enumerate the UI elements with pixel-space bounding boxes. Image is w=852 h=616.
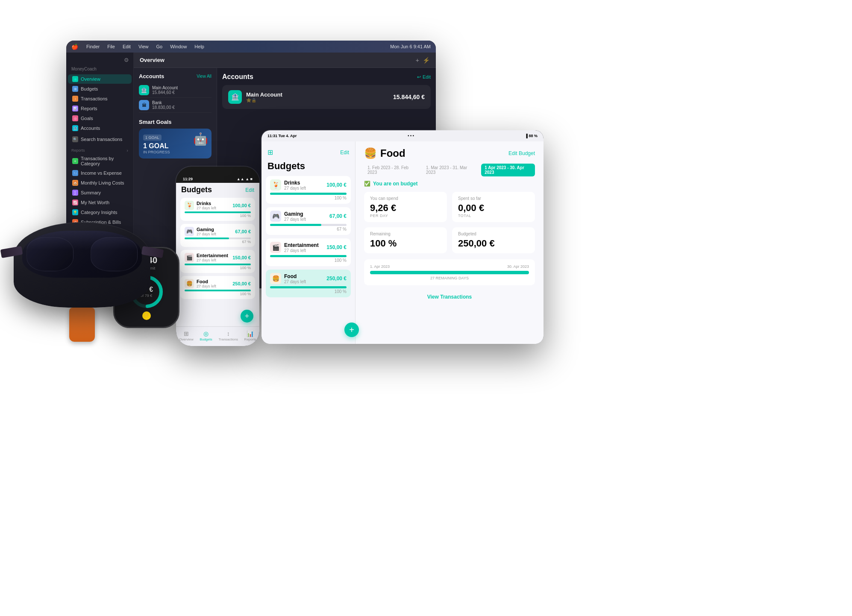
menubar-help[interactable]: Help (192, 44, 206, 49)
budget-days: 27 days left (197, 232, 216, 236)
ipad-detail-header: 🍔 Food Edit Budget (364, 147, 535, 159)
add-icon[interactable]: + (416, 57, 419, 64)
iphone-edit-button[interactable]: Edit (245, 187, 254, 193)
spent-label: Spent so far (458, 196, 529, 201)
sidebar-item-search[interactable]: 🔍 Search transactions (68, 135, 132, 144)
iphone-budget-item-food[interactable]: 🍔 Food 27 days left 250,00 € 100 % (180, 276, 255, 299)
remaining-label: Remaining (370, 232, 441, 236)
menubar-edit[interactable]: Edit (120, 44, 133, 49)
entertainment-icon: 🎬 (270, 242, 281, 253)
ipad-budget-item-food[interactable]: 🍔 Food 27 days left 250,00 € 100 % (266, 270, 351, 297)
ipad-sidebar-icon[interactable]: ⊞ (267, 148, 273, 156)
iphone-tab-budgets[interactable]: ◎ Budgets (200, 330, 212, 341)
iphone-budget-item-gaming[interactable]: 🎮 Gaming 27 days left 67,00 € 67 % (180, 224, 255, 247)
macbook-menubar: 🍎 Finder File Edit View Go Window Help M… (66, 41, 436, 53)
ipad-fab-button[interactable]: + (344, 323, 359, 337)
iphone-time: 11:29 (183, 177, 193, 181)
ipad-budget-item-entertainment[interactable]: 🎬 Entertainment 27 days left 150,00 € 10… (266, 238, 351, 266)
reports-icon: 📊 (72, 106, 78, 111)
ipad-left-panel: ⊞ Edit Budgets 🍹 Drinks 27 days left (261, 141, 355, 344)
budget-amount: 100,00 € (326, 182, 347, 188)
budget-name: Gaming (197, 227, 216, 232)
lightning-icon[interactable]: ⚡ (423, 57, 430, 64)
sidebar-item-transactions-by-category[interactable]: ≡ Transactions by Category (68, 154, 132, 168)
menubar-finder[interactable]: Finder (84, 44, 102, 49)
ipad-view-transactions-link[interactable]: View Transactions (364, 290, 535, 303)
account-item-bank[interactable]: 🏛 Bank 18.830,00 € (139, 98, 212, 113)
progress-label: 67 % (270, 227, 347, 232)
budget-amount: 250,00 € (232, 281, 251, 286)
label: Income vs Expense (81, 170, 122, 176)
sidebar-item-monthly-living[interactable]: 🏠 Monthly Living Costs (68, 178, 132, 188)
iphone-budget-item-drinks[interactable]: 🍹 Drinks 27 days left 100,00 € 100 % (180, 198, 255, 221)
gear-icon[interactable]: ⚙ (124, 57, 129, 63)
iphone-fab-button[interactable]: + (241, 310, 253, 323)
edit-button[interactable]: ↩ Edit (417, 74, 431, 80)
sidebar-search-label: Search transactions (81, 137, 122, 142)
budgets-icon: ⊞ (72, 86, 78, 92)
label: Monthly Living Costs (81, 180, 124, 185)
budget-days: 27 days left (284, 217, 306, 222)
menubar-view[interactable]: View (136, 44, 151, 49)
ipad-edit-budget-button[interactable]: Edit Budget (508, 150, 535, 156)
sidebar-item-budgets[interactable]: ⊞ Budgets (68, 84, 132, 94)
main-title: Overview (140, 57, 165, 63)
main-account-card[interactable]: 🏦 Main Account ⭐🔒 15.844,60 € (222, 85, 431, 109)
sidebar-item-overview[interactable]: ◉ Overview (68, 74, 132, 84)
menubar-window[interactable]: Window (168, 44, 189, 49)
reports-section-label: Reports › (66, 144, 133, 154)
sidebar-item-income-vs-expense[interactable]: ↑↓ Income vs Expense (68, 168, 132, 178)
sidebar-item-label: Accounts (81, 126, 100, 131)
view-all-link[interactable]: View All (197, 74, 212, 79)
vision-lens-left (26, 237, 73, 271)
iphone-frame: 11:29 ▲▲ ▲ ■ Budgets Edit 🍹 Drinks 27 da… (176, 167, 259, 346)
ipad-status-bar: 11:31 Tue 4. Apr • • • ▐ 88 % (261, 130, 544, 141)
bank-account-icon: 🏛 (139, 100, 149, 110)
goals-card[interactable]: 1 GOAL 1 GOAL IN PROGRESS 🤖 (139, 129, 212, 158)
ipad-budget-bar (370, 271, 529, 274)
sidebar-item-goals[interactable]: ◎ Goals (68, 114, 132, 123)
sidebar-item-summary[interactable]: ∑ Summary (68, 188, 132, 197)
ipad-date-tabs: 1. Feb 2023 - 28. Feb 2023 1. Mar 2023 -… (364, 164, 535, 176)
iphone-budget-list: 🍹 Drinks 27 days left 100,00 € 100 % 🎮 (176, 196, 259, 326)
budgets-tab-icon: ◎ (203, 330, 209, 337)
ipad-frame: 11:31 Tue 4. Apr • • • ▐ 88 % ⊞ Edit Bud… (261, 130, 544, 344)
trans-cat-icon: ≡ (72, 158, 78, 164)
ipad-stat-remaining: Remaining 100 % (364, 227, 447, 253)
account-card-icon: 🏦 (228, 90, 242, 104)
food-icon: 🍔 (185, 279, 194, 288)
ipad-time: 11:31 Tue 4. Apr (267, 134, 297, 138)
budget-days: 27 days left (197, 284, 216, 288)
ipad-left-header: ⊞ Edit (261, 146, 355, 161)
account-name: Bank (152, 100, 212, 105)
progress-label: 100 % (185, 292, 251, 296)
bar-end-label: 30. Apr 2023 (507, 264, 529, 269)
ipad-date-tab-mar[interactable]: 1. Mar 2023 - 31. Mar 2023 (423, 164, 478, 176)
menubar-go[interactable]: Go (154, 44, 165, 49)
ipad-budget-item-drinks[interactable]: 🍹 Drinks 27 days left 100,00 € 100 % (266, 176, 351, 204)
budget-name: Entertainment (284, 242, 319, 248)
ipad-date-tab-apr[interactable]: 1 Apr 2023 - 30. Apr 2023 (481, 164, 535, 176)
sidebar-item-label: Transactions (81, 96, 108, 101)
iphone-tab-reports[interactable]: 📊 Reports (244, 330, 256, 341)
ipad-budget-item-gaming[interactable]: 🎮 Gaming 27 days left 67,00 € 67 % (266, 207, 351, 235)
account-item-main[interactable]: 🏦 Main Account 15.844,60 € (139, 83, 212, 98)
account-card-stars: ⭐🔒 (246, 98, 282, 103)
account-amount: 15.844,60 € (152, 90, 212, 95)
iphone-tab-overview[interactable]: ⊞ Overview (179, 330, 193, 341)
iphone-budget-item-entertainment[interactable]: 🎬 Entertainment 27 days left 150,00 € 10… (180, 250, 255, 273)
remaining-value: 100 % (370, 238, 441, 249)
ipad-date-tab-feb[interactable]: 1. Feb 2023 - 28. Feb 2023 (364, 164, 419, 176)
sidebar-item-net-worth[interactable]: 📈 My Net Worth (68, 198, 132, 207)
account-card-name: Main Account (246, 91, 282, 98)
sidebar-item-accounts[interactable]: 🏦 Accounts (68, 123, 132, 133)
sidebar-item-transactions[interactable]: ↕ Transactions (68, 94, 132, 103)
ipad-edit-button[interactable]: Edit (340, 150, 349, 155)
iphone-tab-transactions[interactable]: ↕ Transactions (218, 330, 238, 341)
sidebar-item-reports[interactable]: 📊 Reports (68, 104, 132, 113)
budget-days: 27 days left (197, 206, 216, 210)
iphone-screen: Budgets Edit 🍹 Drinks 27 days left 100,0… (176, 183, 259, 346)
app-name: MoneyCoach (66, 66, 133, 74)
menubar-file[interactable]: File (105, 44, 117, 49)
accounts-section-header: Accounts View All (139, 73, 212, 79)
